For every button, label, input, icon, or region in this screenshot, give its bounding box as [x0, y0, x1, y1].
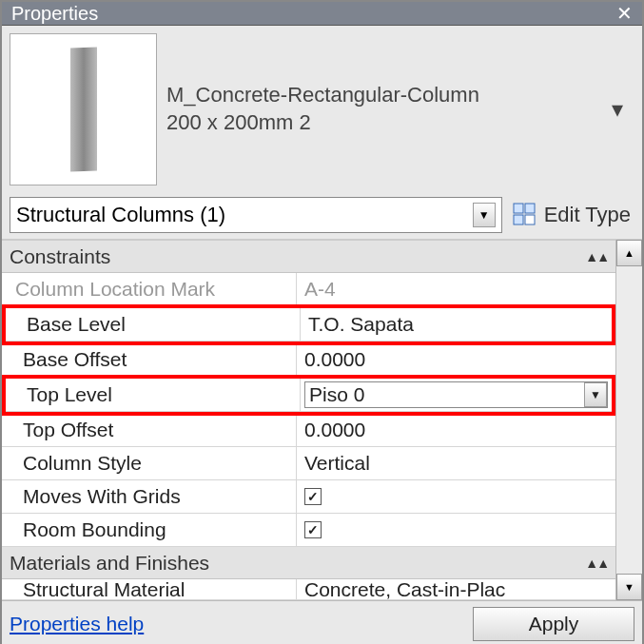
scroll-down-icon[interactable]: ▼ — [616, 574, 642, 600]
param-label: Base Level — [6, 308, 301, 341]
param-label: Top Offset — [2, 414, 297, 446]
highlight-base-level: Base Level T.O. Sapata — [2, 304, 615, 345]
column-icon — [70, 48, 97, 172]
section-title: Constraints — [10, 245, 110, 268]
row-moves-with-grids[interactable]: Moves With Grids ✓ — [2, 480, 615, 514]
chevron-down-icon[interactable]: ▼ — [584, 382, 607, 407]
titlebar: Properties ✕ — [2, 2, 642, 26]
param-label: Room Bounding — [2, 514, 297, 546]
param-label: Column Style — [2, 447, 297, 479]
svg-rect-1 — [525, 204, 535, 213]
chevron-down-icon[interactable]: ▼ — [473, 203, 496, 227]
family-name: M_Concrete-Rectangular-Column — [166, 82, 602, 109]
close-icon[interactable]: ✕ — [616, 2, 633, 25]
param-value: Piso 0 — [309, 383, 364, 406]
row-top-offset[interactable]: Top Offset 0.0000 — [2, 414, 615, 447]
param-value[interactable]: 0.0000 — [297, 414, 615, 446]
row-base-offset[interactable]: Base Offset 0.0000 — [2, 343, 615, 377]
property-grid-wrap: Constraints ▲▲ Column Location Mark A-4 … — [2, 240, 642, 600]
param-label: Base Offset — [2, 343, 297, 376]
top-level-combo[interactable]: Piso 0 ▼ — [304, 381, 608, 408]
edit-type-label: Edit Type — [544, 203, 631, 227]
instance-selector-row: Structural Columns (1) ▼ Edit Type — [2, 193, 642, 240]
section-materials[interactable]: Materials and Finishes ▲▲ — [2, 547, 615, 579]
section-constraints[interactable]: Constraints ▲▲ — [2, 241, 615, 273]
panel-title: Properties — [11, 3, 98, 25]
vertical-scrollbar[interactable]: ▲ ▼ — [615, 240, 642, 600]
scroll-track[interactable] — [616, 266, 642, 574]
param-value[interactable]: Vertical — [297, 447, 615, 479]
properties-help-link[interactable]: Properties help — [10, 613, 144, 635]
svg-rect-0 — [514, 204, 523, 213]
collapse-icon[interactable]: ▲▲ — [585, 556, 608, 571]
param-value[interactable]: T.O. Sapata — [301, 308, 612, 341]
row-structural-material[interactable]: Structural Material Concrete, Cast-in-Pl… — [2, 579, 615, 600]
collapse-icon[interactable]: ▲▲ — [585, 249, 608, 264]
section-title: Materials and Finishes — [10, 552, 209, 575]
properties-panel: Properties ✕ M_Concrete-Rectangular-Colu… — [0, 0, 644, 644]
property-grid: Constraints ▲▲ Column Location Mark A-4 … — [2, 240, 615, 600]
apply-button[interactable]: Apply — [473, 607, 634, 641]
scroll-up-icon[interactable]: ▲ — [616, 240, 642, 266]
type-selector-row[interactable]: M_Concrete-Rectangular-Column 200 x 200m… — [2, 26, 642, 193]
svg-rect-3 — [525, 215, 535, 224]
instance-filter-combo[interactable]: Structural Columns (1) ▼ — [10, 197, 502, 233]
edit-type-icon — [512, 202, 538, 228]
param-value: A-4 — [297, 273, 615, 305]
highlight-top-level: Top Level Piso 0 ▼ — [2, 375, 615, 416]
panel-footer: Properties help Apply — [2, 600, 642, 644]
param-label: Top Level — [6, 379, 301, 411]
row-top-level[interactable]: Top Level Piso 0 ▼ — [6, 379, 612, 412]
param-label: Structural Material — [2, 579, 297, 599]
row-room-bounding[interactable]: Room Bounding ✓ — [2, 514, 615, 547]
param-value[interactable]: 0.0000 — [297, 343, 615, 376]
type-thumbnail — [10, 33, 157, 185]
checkbox-moves-with-grids[interactable]: ✓ — [304, 488, 322, 505]
type-size: 200 x 200mm 2 — [166, 109, 602, 137]
row-column-location-mark: Column Location Mark A-4 — [2, 273, 615, 306]
row-column-style[interactable]: Column Style Vertical — [2, 447, 615, 480]
param-value[interactable]: Concrete, Cast-in-Plac — [297, 579, 615, 599]
checkbox-room-bounding[interactable]: ✓ — [304, 521, 322, 538]
instance-filter-text: Structural Columns (1) — [16, 203, 225, 227]
param-label: Column Location Mark — [2, 273, 297, 305]
row-base-level[interactable]: Base Level T.O. Sapata — [6, 308, 612, 342]
type-dropdown-icon[interactable]: ▾ — [612, 96, 634, 123]
param-label: Moves With Grids — [2, 480, 297, 513]
edit-type-button[interactable]: Edit Type — [508, 202, 634, 228]
type-name-text: M_Concrete-Rectangular-Column 200 x 200m… — [166, 82, 602, 136]
svg-rect-2 — [514, 215, 523, 224]
